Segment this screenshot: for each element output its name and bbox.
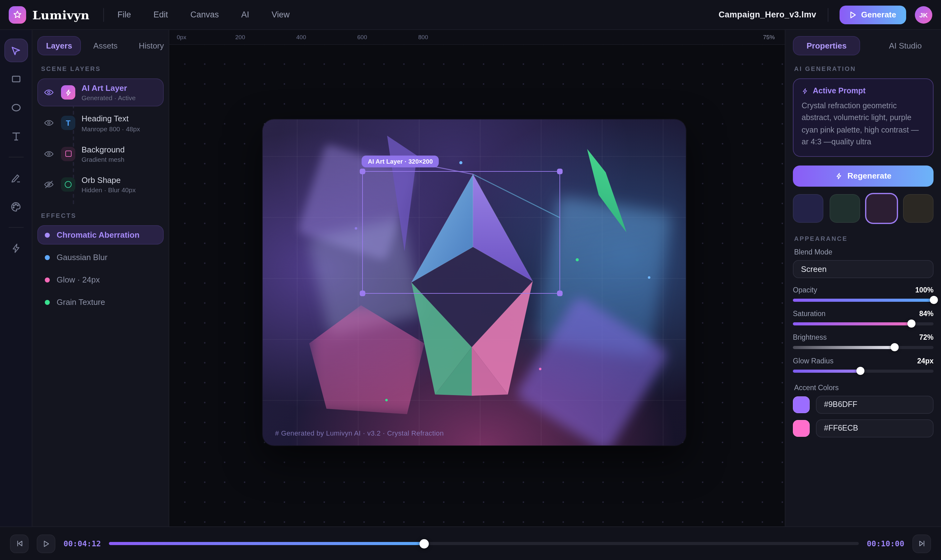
menu-canvas[interactable]: Canvas bbox=[191, 10, 219, 19]
ruler-tick: 600 bbox=[357, 34, 367, 40]
playhead-thumb[interactable] bbox=[419, 539, 429, 548]
resize-handle-bottom-right[interactable] bbox=[557, 291, 563, 296]
ruler: 0px 200 400 600 800 75% bbox=[169, 30, 785, 45]
app-logo[interactable] bbox=[9, 6, 26, 23]
resize-handle-top-left[interactable] bbox=[360, 169, 365, 174]
sparkle-dot bbox=[648, 276, 650, 278]
slider-thumb[interactable] bbox=[907, 320, 915, 328]
hex-input-purple[interactable] bbox=[816, 395, 933, 414]
appearance-heading: APPEARANCE bbox=[794, 235, 932, 242]
current-time: 00:04:12 bbox=[63, 539, 101, 548]
tab-ai-studio[interactable]: AI Studio bbox=[880, 36, 931, 55]
variation-thumbnails bbox=[793, 194, 933, 222]
generated-artwork[interactable]: AI Art Layer · 320×200 # Generated by Lu… bbox=[263, 120, 686, 446]
tab-history[interactable]: History bbox=[130, 36, 169, 55]
tab-properties[interactable]: Properties bbox=[793, 36, 860, 55]
slider-thumb[interactable] bbox=[930, 296, 938, 304]
hex-input-pink[interactable] bbox=[816, 419, 933, 437]
menu-bar: File Edit Canvas AI View bbox=[118, 10, 290, 19]
resize-handle-bottom-left[interactable] bbox=[360, 291, 365, 296]
tab-layers[interactable]: Layers bbox=[37, 36, 81, 55]
ruler-tick: 200 bbox=[235, 34, 245, 40]
color-swatch-purple[interactable] bbox=[793, 396, 810, 413]
menu-edit[interactable]: Edit bbox=[153, 10, 168, 19]
text-tool-button[interactable] bbox=[4, 125, 28, 148]
variation-thumb-2[interactable] bbox=[830, 194, 860, 222]
visibility-eye-icon[interactable] bbox=[41, 148, 56, 159]
scene-layers-heading: SCENE LAYERS bbox=[41, 65, 160, 72]
zoom-level[interactable]: 75% bbox=[763, 34, 775, 40]
play-button[interactable] bbox=[37, 534, 55, 553]
variation-thumb-4[interactable] bbox=[903, 194, 933, 222]
bolt-icon bbox=[835, 171, 842, 180]
effect-glow[interactable]: Glow · 24px bbox=[37, 270, 164, 289]
star-icon bbox=[12, 10, 22, 20]
effects-tool-button[interactable] bbox=[4, 237, 28, 260]
generate-button[interactable]: Generate bbox=[839, 5, 906, 24]
opacity-slider[interactable] bbox=[793, 298, 933, 302]
prompt-title: Active Prompt bbox=[813, 86, 866, 95]
variation-thumb-3[interactable] bbox=[866, 194, 897, 222]
layers-panel: Layers Assets History SCENE LAYERS AI Ar… bbox=[32, 30, 169, 526]
divider bbox=[103, 8, 104, 22]
brightness-label: Brightness bbox=[793, 333, 827, 341]
select-tool-button[interactable] bbox=[4, 38, 28, 62]
sparkle-dot bbox=[576, 258, 579, 261]
effect-dot bbox=[45, 300, 50, 305]
skip-forward-button[interactable] bbox=[912, 534, 931, 553]
layer-row-orb-shape[interactable]: Orb Shape Hidden · Blur 40px bbox=[37, 171, 164, 199]
slider-thumb[interactable] bbox=[890, 343, 898, 351]
layer-meta: Hidden · Blur 40px bbox=[82, 186, 136, 194]
brightness-slider[interactable] bbox=[793, 346, 933, 349]
glow-radius-slider[interactable] bbox=[793, 369, 933, 372]
lightning-icon bbox=[10, 243, 22, 254]
color-swatch-pink[interactable] bbox=[793, 420, 810, 437]
effect-grain-texture[interactable]: Grain Texture bbox=[37, 292, 164, 312]
accent-color-row bbox=[793, 419, 933, 437]
ellipse-tool-button[interactable] bbox=[4, 96, 28, 120]
layer-name: Orb Shape bbox=[82, 175, 136, 186]
selection-box[interactable]: AI Art Layer · 320×200 bbox=[362, 171, 560, 294]
palette-tool-button[interactable] bbox=[4, 195, 28, 218]
menu-view[interactable]: View bbox=[272, 10, 290, 19]
orb-layer-icon bbox=[61, 177, 75, 192]
layer-meta: Gradient mesh bbox=[82, 155, 125, 163]
menu-ai[interactable]: AI bbox=[241, 10, 249, 19]
layer-row-ai-art[interactable]: AI Art Layer Generated · Active bbox=[37, 78, 164, 107]
skip-back-button[interactable] bbox=[10, 534, 29, 553]
skip-back-icon bbox=[15, 539, 24, 548]
tab-assets[interactable]: Assets bbox=[85, 36, 126, 55]
user-avatar[interactable]: JK bbox=[915, 6, 932, 23]
rectangle-tool-button[interactable] bbox=[4, 67, 28, 91]
properties-panel: Properties AI Studio AI GENERATION Activ… bbox=[785, 30, 941, 526]
canvas-viewport[interactable]: AI Art Layer · 320×200 # Generated by Lu… bbox=[169, 45, 785, 526]
slider-thumb[interactable] bbox=[857, 367, 865, 375]
resize-handle-top-right[interactable] bbox=[557, 169, 563, 174]
layer-meta: Generated · Active bbox=[82, 94, 136, 102]
timeline-scrubber[interactable] bbox=[109, 542, 859, 545]
layer-row-background[interactable]: Background Gradient mesh bbox=[37, 140, 164, 168]
bolt-icon bbox=[802, 87, 809, 95]
layer-row-heading-text[interactable]: T Heading Text Manrope 800 · 48px bbox=[37, 109, 164, 137]
visibility-eye-off-icon[interactable] bbox=[41, 179, 56, 190]
blend-mode-select[interactable]: Screen bbox=[793, 260, 933, 278]
saturation-label: Saturation bbox=[793, 309, 825, 317]
effect-gaussian-blur[interactable]: Gaussian Blur bbox=[37, 248, 164, 267]
menu-file[interactable]: File bbox=[118, 10, 131, 19]
visibility-eye-icon[interactable] bbox=[41, 118, 56, 128]
variation-thumb-1[interactable] bbox=[793, 194, 823, 222]
right-panel-tabs: Properties AI Studio bbox=[793, 36, 933, 55]
pen-tool-button[interactable] bbox=[4, 166, 28, 190]
accent-colors-label: Accent Colors bbox=[794, 384, 932, 391]
cursor-icon bbox=[10, 45, 22, 56]
ai-layer-icon bbox=[61, 85, 75, 100]
regenerate-button[interactable]: Regenerate bbox=[793, 165, 933, 186]
saturation-slider[interactable] bbox=[793, 322, 933, 325]
blend-mode-label: Blend Mode bbox=[794, 248, 932, 255]
artwork-caption: # Generated by Lumivyn AI · v3.2 · Cryst… bbox=[275, 429, 444, 437]
visibility-eye-icon[interactable] bbox=[41, 87, 56, 98]
effect-chromatic-aberration[interactable]: Chromatic Aberration bbox=[37, 225, 164, 245]
accent-color-row bbox=[793, 395, 933, 414]
pen-icon bbox=[10, 172, 22, 183]
effects-heading: EFFECTS bbox=[41, 212, 160, 219]
